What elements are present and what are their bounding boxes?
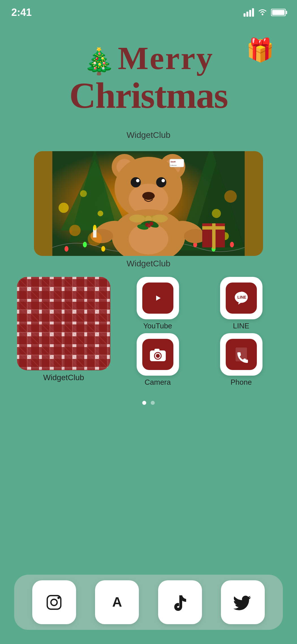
dock-tiktok[interactable] (158, 580, 202, 624)
svg-point-58 (93, 225, 96, 230)
svg-point-7 (80, 190, 87, 197)
svg-point-13 (64, 246, 68, 252)
svg-point-22 (230, 242, 234, 247)
christmas-text: Christmas (28, 74, 269, 117)
dock-instagram[interactable] (32, 580, 76, 624)
svg-point-8 (69, 225, 81, 236)
svg-point-84 (57, 597, 60, 599)
tree-icon: 🎄 (83, 48, 115, 74)
youtube-icon[interactable] (137, 277, 179, 319)
svg-point-9 (98, 211, 103, 216)
svg-point-31 (136, 179, 139, 182)
dock-appstore[interactable]: A (95, 580, 139, 624)
youtube-label: YouTube (143, 322, 172, 330)
phone-label: Phone (231, 378, 252, 387)
svg-point-6 (59, 203, 69, 213)
svg-point-40 (129, 215, 145, 222)
svg-point-10 (212, 209, 221, 218)
svg-point-11 (224, 190, 237, 203)
svg-rect-73 (17, 277, 110, 370)
svg-point-32 (162, 179, 165, 182)
page-dot-1[interactable] (142, 401, 146, 405)
phone-icon[interactable] (220, 333, 262, 376)
svg-point-0 (262, 14, 263, 15)
svg-rect-55 (202, 226, 225, 230)
battery-icon (271, 9, 286, 16)
svg-point-33 (142, 192, 155, 200)
svg-text:A: A (112, 594, 122, 609)
svg-text:LINE: LINE (237, 295, 246, 299)
gift-icon: 🎁 (246, 37, 274, 63)
merry-christmas-widget: 🎄 Merry 🎁 Christmas WidgetClub (0, 20, 297, 146)
status-time: 2:41 (11, 7, 32, 18)
svg-point-14 (83, 242, 87, 247)
plaid-widget-label: WidgetClub (17, 373, 110, 382)
dock: A (14, 575, 283, 630)
camera-icon[interactable] (137, 333, 179, 376)
svg-text:Steiff: Steiff (171, 161, 176, 163)
status-bar: 2:41 (0, 0, 297, 20)
line-icon[interactable]: LINE (220, 277, 262, 319)
bear-image: Steiff Collector (34, 151, 263, 256)
svg-point-78 (156, 354, 160, 358)
bear-widget-label: WidgetClub (17, 259, 280, 268)
camera-label: Camera (145, 378, 171, 387)
svg-text:Collector: Collector (170, 164, 177, 166)
svg-point-80 (162, 352, 164, 354)
svg-rect-81 (43, 591, 65, 614)
wifi-icon (257, 8, 268, 18)
plaid-widget[interactable] (17, 277, 110, 370)
status-icons (244, 8, 286, 18)
signal-icon (244, 8, 254, 17)
svg-point-47 (147, 224, 151, 228)
merry-text: Merry (118, 40, 214, 77)
svg-rect-79 (154, 349, 160, 352)
page-dot-2[interactable] (151, 401, 155, 405)
page-dots (0, 401, 297, 405)
svg-point-41 (152, 215, 168, 222)
bear-widget: Steiff Collector (17, 151, 280, 268)
svg-point-35 (129, 223, 168, 254)
app-grid: WidgetClub YouTube (0, 274, 297, 392)
dock-twitter[interactable] (221, 580, 265, 624)
svg-point-29 (131, 177, 141, 187)
svg-point-15 (101, 246, 105, 252)
header-widget-label: WidgetClub (17, 130, 280, 140)
svg-point-30 (156, 177, 166, 187)
line-label: LINE (233, 322, 249, 330)
